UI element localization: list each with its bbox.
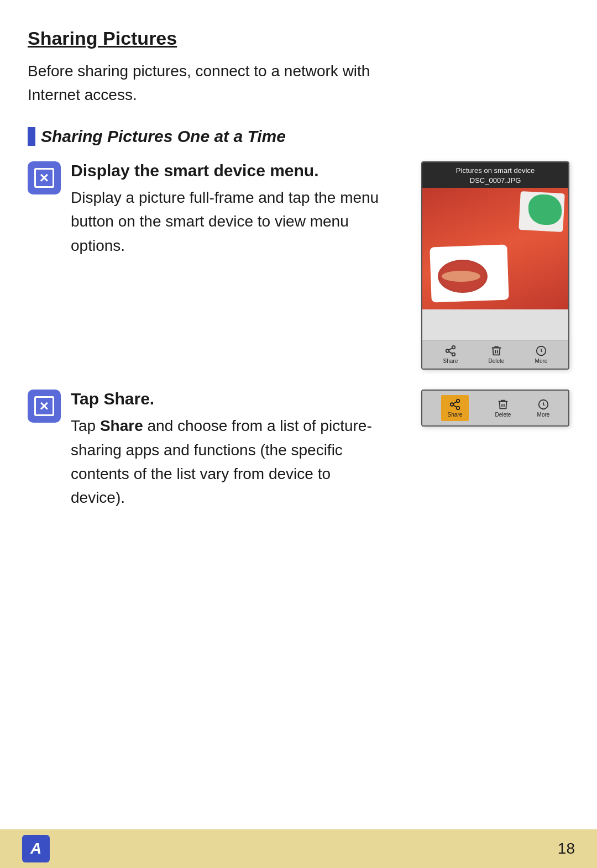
phone-header-line2: DSC_0007.JPG: [427, 176, 564, 186]
section-bar-icon: [28, 127, 35, 146]
step-2-title-prefix: Tap: [71, 390, 103, 408]
action-more-2: More: [537, 398, 550, 418]
footer-logo: A: [22, 835, 50, 862]
section-heading-text: Sharing Pictures One at a Time: [41, 127, 286, 146]
svg-point-7: [451, 403, 454, 406]
phone-image-area: [422, 188, 568, 309]
step-2-body: Tap Share and choose from a list of pict…: [71, 414, 380, 510]
share-label-1: Share: [443, 358, 458, 364]
step-1-body: Display a picture full-frame and tap the…: [71, 186, 380, 257]
action-delete-2: Delete: [495, 398, 511, 418]
page-title: Sharing Pictures: [28, 28, 569, 49]
svg-line-3: [449, 352, 452, 354]
page-number: 18: [558, 840, 575, 858]
step-2-icon-inner: [34, 396, 54, 416]
phone-action-bar-2: Share Delete: [422, 391, 568, 425]
step-1-icon-inner: [34, 168, 54, 188]
phone-screen-2: Share Delete: [421, 390, 569, 427]
share-label-2: Share: [448, 412, 463, 418]
action-share-highlighted: Share: [441, 395, 469, 421]
svg-point-6: [457, 399, 460, 403]
step-2-icon: [28, 390, 61, 423]
step-2-text: Tap Share. Tap Share and choose from a l…: [71, 390, 405, 510]
svg-point-1: [446, 349, 449, 353]
phone-gray-area: [422, 309, 568, 340]
phone-screen-1: Pictures on smart device DSC_0007.JPG: [421, 161, 569, 370]
step-1-icon: [28, 161, 61, 194]
svg-point-8: [457, 407, 460, 410]
page-footer: A 18: [0, 829, 597, 868]
step-2-body-bold: Share: [100, 417, 143, 434]
step-1-title: Display the smart device menu.: [71, 161, 405, 180]
step-1: Display the smart device menu. Display a…: [28, 161, 569, 370]
intro-text: Before sharing pictures, connect to a ne…: [28, 59, 370, 107]
phone-header: Pictures on smart device DSC_0007.JPG: [422, 162, 568, 188]
step-2: Tap Share. Tap Share and choose from a l…: [28, 390, 569, 510]
svg-point-2: [452, 353, 455, 356]
step-2-title-bold: Share.: [103, 390, 154, 408]
step-2-body-prefix: Tap: [71, 417, 100, 434]
delete-label-1: Delete: [488, 358, 504, 364]
step-2-image: Share Delete: [421, 390, 569, 427]
action-delete-1: Delete: [488, 345, 504, 364]
svg-point-0: [452, 346, 455, 349]
svg-line-4: [449, 348, 452, 350]
action-share-1: Share: [443, 345, 458, 364]
step-1-image: Pictures on smart device DSC_0007.JPG: [421, 161, 569, 370]
delete-label-2: Delete: [495, 412, 511, 418]
action-more-1: More: [535, 345, 548, 364]
svg-line-10: [453, 402, 457, 404]
phone-action-bar-1: Share Delete: [422, 340, 568, 369]
more-label-1: More: [535, 358, 548, 364]
step-1-text: Display the smart device menu. Display a…: [71, 161, 405, 257]
phone-header-line1: Pictures on smart device: [427, 166, 564, 176]
section-heading: Sharing Pictures One at a Time: [28, 127, 569, 146]
step-2-title: Tap Share.: [71, 390, 405, 408]
svg-line-9: [453, 406, 457, 408]
more-label-2: More: [537, 412, 550, 418]
